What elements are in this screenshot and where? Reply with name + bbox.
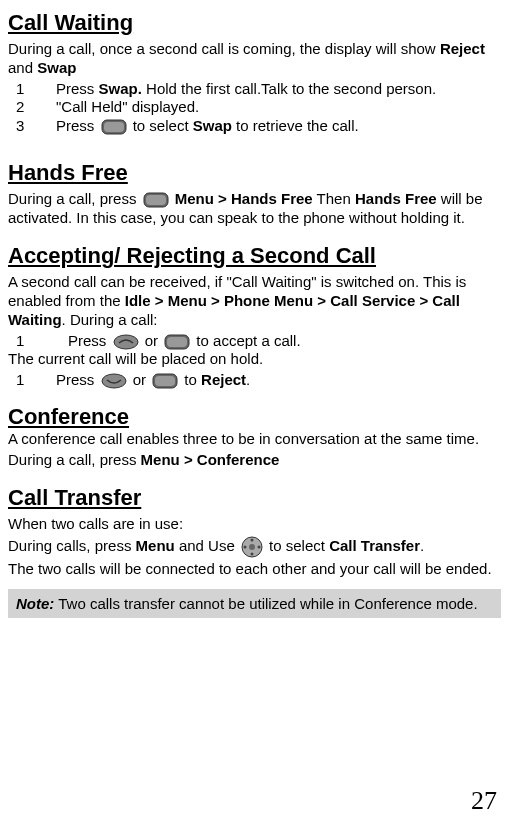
step-text: Press Swap. Hold the first call.Talk to … [56,80,501,99]
svg-point-15 [257,546,260,549]
step-number: 1 [8,371,56,390]
heading-accepting: Accepting/ Rejecting a Second Call [8,243,501,269]
text: Press [56,117,99,134]
svg-point-7 [102,374,126,388]
text: Press [68,332,111,349]
text: During calls, press [8,537,136,554]
text: or [129,371,151,388]
text: and Use [175,537,239,554]
step-text: Press to select Swap to retrieve the cal… [56,117,501,136]
svg-point-12 [250,539,253,542]
step-number: 1 [8,80,56,99]
step-number: 2 [8,98,56,117]
transfer-intro: When two calls are in use: [8,515,501,534]
text: Hold the first call.Talk to the second p… [142,80,436,97]
step-row: 1 Press or to Reject. [8,371,501,390]
note-label: Note: [16,595,54,612]
text: . During a call: [62,311,158,328]
heading-call-waiting: Call Waiting [8,10,501,36]
text-reject: Reject [201,371,246,388]
svg-point-11 [249,544,255,550]
text: Then [313,190,355,207]
heading-call-transfer: Call Transfer [8,485,501,511]
heading-conference: Conference [8,404,501,430]
text: During a call, press [8,451,141,468]
step-row: 1 Press Swap. Hold the first call.Talk t… [8,80,501,99]
accepting-hold-note: The current call will be placed on hold. [8,350,501,369]
text-swap: Swap [193,117,232,134]
accepting-intro: A second call can be received, if "Call … [8,273,501,329]
heading-hands-free: Hands Free [8,160,501,186]
step-text: Press or to Reject. [56,371,501,390]
text: Press [56,80,99,97]
text: to select [265,537,329,554]
step-row: 3 Press to select Swap to retrieve the c… [8,117,501,136]
svg-rect-9 [155,376,175,386]
conference-action: During a call, press Menu > Conference [8,451,501,470]
text: . [420,537,424,554]
text: to [180,371,201,388]
call-waiting-intro: During a call, once a second call is com… [8,40,501,78]
softkey-button-icon [143,192,169,208]
softkey-button-icon [164,334,190,350]
svg-rect-3 [146,195,166,205]
svg-point-13 [250,553,253,556]
step-text: Press or to accept a call. [68,332,501,351]
text-hands-free: Hands Free [355,190,437,207]
softkey-button-icon [152,373,178,389]
step-row: 2 "Call Held" displayed. [8,98,501,117]
text-call-transfer: Call Transfer [329,537,420,554]
nav-pad-icon [241,536,263,558]
text: . [246,371,250,388]
text: During a call, once a second call is com… [8,40,440,57]
call-button-icon [113,334,139,350]
step-number: 3 [8,117,56,136]
text-menu: Menu [136,537,175,554]
transfer-result: The two calls will be connected to each … [8,560,501,579]
text: Press [56,371,99,388]
hands-free-paragraph: During a call, press Menu > Hands Free T… [8,190,501,228]
svg-rect-6 [167,337,187,347]
note-text: Two calls transfer cannot be utilized wh… [54,595,477,612]
note-box: Note: Two calls transfer cannot be utili… [8,589,501,618]
transfer-action: During calls, press Menu and Use to sele… [8,536,501,558]
svg-point-14 [243,546,246,549]
text: or [141,332,163,349]
text: to retrieve the call. [232,117,359,134]
text-menu: Menu > Hands Free [171,190,313,207]
text-reject: Reject [440,40,485,57]
softkey-button-icon [101,119,127,135]
text-menu-conf: Menu > Conference [141,451,280,468]
text: During a call, press [8,190,141,207]
step-row: 1 Press or to accept a call. [8,332,501,351]
text: to accept a call. [192,332,300,349]
conference-desc: A conference call enables three to be in… [8,430,501,449]
step-number: 1 [8,332,68,351]
svg-rect-1 [104,122,124,132]
end-call-button-icon [101,373,127,389]
text: and [8,59,37,76]
step-text: "Call Held" displayed. [56,98,501,117]
text-swap: Swap [37,59,76,76]
page-number: 27 [471,786,497,816]
svg-point-4 [114,335,138,349]
text: to select [129,117,193,134]
text-swap: Swap. [99,80,142,97]
